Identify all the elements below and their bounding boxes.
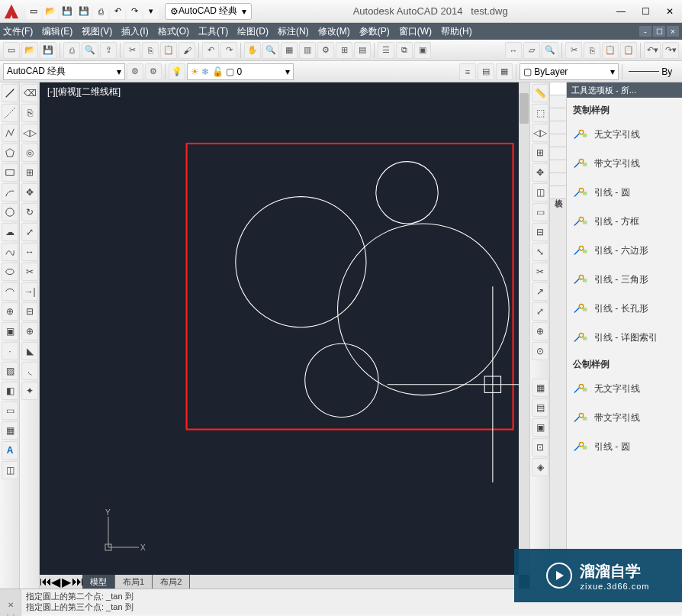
qat-open-icon[interactable]: 📂 [43, 4, 58, 19]
layeriso-icon[interactable]: 💡 [169, 63, 185, 80]
vtab-annotate[interactable]: 注释 [550, 108, 566, 121]
xref-icon[interactable]: ⧉ [396, 42, 413, 59]
tool-icon[interactable]: ⚙ [317, 42, 334, 59]
spline-icon[interactable] [2, 243, 18, 261]
paste3-icon[interactable]: 📋 [620, 42, 637, 59]
fillet-icon[interactable]: ◟ [21, 362, 38, 380]
tab-scroll-last-icon[interactable]: ⏭ [72, 575, 82, 589]
dim8-icon[interactable]: ⊙ [532, 342, 548, 360]
dim3-icon[interactable]: ⤡ [532, 243, 548, 261]
trim-icon[interactable]: ✂ [21, 263, 38, 281]
tab-scroll-next-icon[interactable]: ▶ [61, 575, 72, 589]
point-icon[interactable]: · [2, 342, 18, 360]
redo2-icon[interactable]: ↷▾ [662, 42, 679, 59]
palette-item[interactable]: 带文字引线 [567, 149, 682, 178]
wipeout-icon[interactable]: ◫ [2, 461, 18, 479]
qat-dropdown-icon[interactable]: ▾ [143, 4, 159, 19]
xline-icon[interactable] [2, 104, 18, 122]
publish-icon[interactable]: ⇪ [100, 42, 117, 59]
dim6-icon[interactable]: ⤢ [532, 302, 548, 321]
join-icon[interactable]: ⊕ [21, 322, 38, 340]
chamfer-icon[interactable]: ◣ [21, 342, 38, 360]
redo-icon[interactable]: ↷ [220, 42, 237, 59]
menu-view[interactable]: 视图(V) [82, 25, 112, 38]
qat-undo-icon[interactable]: ↶ [110, 4, 125, 19]
palette-item[interactable]: 引线 - 六边形 [567, 236, 682, 265]
offset-icon[interactable]: ◎ [21, 144, 38, 162]
maximize-button[interactable]: ☐ [633, 1, 658, 22]
insert-icon[interactable]: ⊕ [2, 302, 18, 321]
qat-print-icon[interactable]: ⎙ [93, 4, 108, 19]
vtab-imperial[interactable]: 英制 [550, 82, 566, 95]
revcloud-icon[interactable]: ☁ [2, 223, 18, 241]
block-icon[interactable]: ▣ [2, 322, 18, 340]
erase-icon[interactable]: ⌫ [21, 84, 38, 102]
circle-icon[interactable] [2, 203, 18, 221]
stretch-icon[interactable]: ↔ [21, 243, 38, 261]
break-icon[interactable]: ⊟ [21, 302, 38, 321]
workspace-selector[interactable]: AutoCAD 经典▾ [3, 63, 125, 80]
menu-insert[interactable]: 插入(I) [121, 25, 148, 38]
palette-item[interactable]: 带文字引线 [567, 403, 682, 432]
copy-icon[interactable]: ⎘ [142, 42, 159, 59]
palette-item[interactable]: 无文字引线 [567, 120, 682, 149]
table-icon[interactable]: ▦ [2, 421, 18, 440]
zoom2-icon[interactable]: 🔍 [542, 42, 558, 59]
tab-layout1[interactable]: 布局1 [115, 575, 153, 589]
extend-icon[interactable]: →| [21, 282, 38, 301]
vtab-mech[interactable]: 机械 [550, 134, 566, 147]
tool2-icon[interactable]: ⊞ [336, 42, 352, 59]
ellipse-icon[interactable] [2, 263, 18, 281]
menu-tools[interactable]: 工具(T) [198, 25, 228, 38]
menu-format[interactable]: 格式(O) [158, 25, 189, 38]
dim1-icon[interactable]: ▭ [532, 203, 548, 221]
palette-item[interactable]: 引线 - 长孔形 [567, 294, 682, 323]
pan-icon[interactable]: ✋ [244, 42, 261, 59]
arc-icon[interactable] [2, 183, 18, 202]
area-icon[interactable]: ▱ [523, 42, 540, 59]
tab-scroll-prev-icon[interactable]: ◀ [50, 575, 61, 589]
menu-edit[interactable]: 编辑(E) [42, 25, 72, 38]
palette-item[interactable]: 引线 - 圆 [567, 178, 682, 207]
palette-item[interactable]: 引线 - 方框 [567, 207, 682, 236]
menu-modify[interactable]: 修改(M) [318, 25, 350, 38]
dim2-icon[interactable]: ⊟ [532, 223, 548, 241]
explode-icon[interactable]: ✦ [21, 382, 38, 400]
layer-selector[interactable]: ☀ ❄ 🔓 ▢ 0▾ [187, 63, 294, 80]
paste2-icon[interactable]: 📋 [602, 42, 619, 59]
cmd-grip-icon[interactable]: ⋮⋮ [5, 612, 17, 617]
palette-item[interactable]: 引线 - 圆 [567, 432, 682, 461]
copy2-icon[interactable]: ⎘ [584, 42, 600, 59]
new-icon[interactable]: ▭ [3, 42, 20, 59]
qat-saveas-icon[interactable]: 💾 [76, 4, 92, 19]
close-button[interactable]: ✕ [658, 1, 682, 22]
sheet2-icon[interactable]: ▥ [299, 42, 316, 59]
vtab-constraint[interactable]: 约束 [550, 95, 566, 108]
mirror2-icon[interactable]: ◁▷ [532, 124, 548, 142]
move2-icon[interactable]: ✥ [532, 163, 548, 182]
dim11-icon[interactable]: ▣ [532, 418, 548, 437]
mdi-close-button[interactable]: × [667, 26, 679, 37]
print-icon[interactable]: ⎙ [63, 42, 80, 59]
tab-layout2[interactable]: 布局2 [153, 575, 190, 589]
menu-draw[interactable]: 绘图(D) [237, 25, 269, 38]
lineweight-selector[interactable]: By [626, 63, 679, 80]
sheet-icon[interactable]: ▦ [281, 42, 298, 59]
menu-help[interactable]: 帮助(H) [441, 25, 472, 38]
qat-new-icon[interactable]: ▭ [26, 4, 41, 19]
region-icon[interactable]: ▭ [2, 402, 18, 420]
drawing-canvas[interactable]: [-][俯视][二维线框] X Y ⏮ ◀ [40, 82, 529, 589]
tab-scroll-first-icon[interactable]: ⏮ [40, 575, 50, 589]
palette-item[interactable]: 无文字引线 [567, 374, 682, 403]
zoom-icon[interactable]: 🔍 [262, 42, 279, 59]
undo2-icon[interactable]: ↶▾ [644, 42, 661, 59]
dim5-icon[interactable]: ↗ [532, 282, 548, 301]
dim10-icon[interactable]: ▤ [532, 398, 548, 417]
menu-file[interactable]: 文件(F) [3, 25, 33, 38]
layerstate-icon[interactable]: ▤ [478, 63, 494, 80]
mirror-icon[interactable]: ◁▷ [21, 124, 38, 142]
mdi-restore-button[interactable]: ☐ [653, 26, 665, 37]
array2-icon[interactable]: ⊞ [532, 144, 548, 162]
mtext-icon[interactable]: A [2, 441, 18, 460]
vtab-table[interactable]: 表格 [550, 186, 566, 199]
